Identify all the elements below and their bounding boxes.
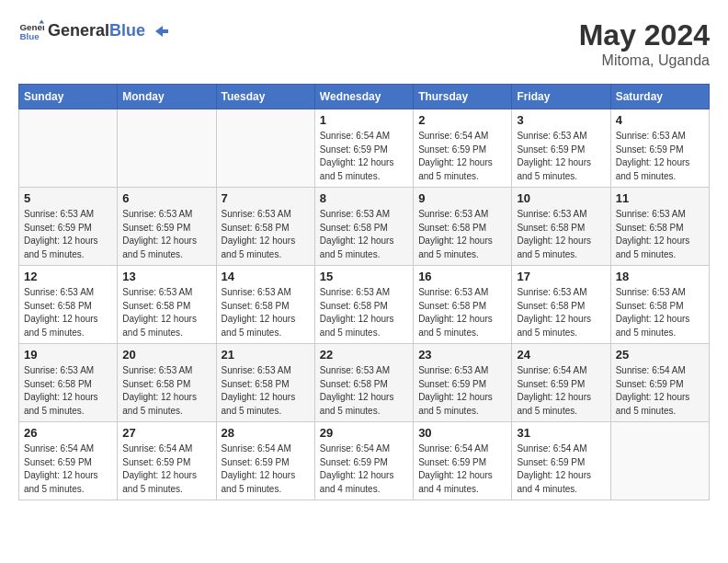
calendar-cell: 21Sunrise: 6:53 AM Sunset: 6:58 PM Dayli… [216,344,314,422]
calendar-cell: 29Sunrise: 6:54 AM Sunset: 6:59 PM Dayli… [314,422,413,500]
day-number: 23 [418,348,506,362]
logo-arrow-icon [152,22,170,40]
calendar-cell [118,109,216,188]
month-year-title: May 2024 [579,18,710,52]
day-info: Sunrise: 6:53 AM Sunset: 6:59 PM Dayligh… [616,130,704,183]
logo-blue: Blue [109,21,145,40]
day-info: Sunrise: 6:54 AM Sunset: 6:59 PM Dayligh… [24,442,112,496]
calendar-cell: 13Sunrise: 6:53 AM Sunset: 6:58 PM Dayli… [118,266,216,344]
col-header-tuesday: Tuesday [216,85,314,109]
logo-general: General [48,21,109,40]
calendar-cell: 3Sunrise: 6:53 AM Sunset: 6:59 PM Daylig… [512,109,610,188]
day-info: Sunrise: 6:53 AM Sunset: 6:59 PM Dayligh… [122,208,210,261]
calendar-cell: 5Sunrise: 6:53 AM Sunset: 6:59 PM Daylig… [19,188,118,266]
day-info: Sunrise: 6:53 AM Sunset: 6:58 PM Dayligh… [517,208,605,261]
page-header: General Blue GeneralBlue May 2024 Mitoma… [18,18,710,69]
day-info: Sunrise: 6:53 AM Sunset: 6:58 PM Dayligh… [616,208,704,261]
col-header-monday: Monday [118,85,216,109]
day-info: Sunrise: 6:54 AM Sunset: 6:59 PM Dayligh… [517,442,605,496]
day-info: Sunrise: 6:53 AM Sunset: 6:58 PM Dayligh… [222,364,310,418]
day-info: Sunrise: 6:54 AM Sunset: 6:59 PM Dayligh… [418,442,506,496]
day-info: Sunrise: 6:53 AM Sunset: 6:58 PM Dayligh… [320,364,408,418]
calendar-cell: 17Sunrise: 6:53 AM Sunset: 6:58 PM Dayli… [512,266,610,344]
col-header-saturday: Saturday [610,85,709,109]
day-number: 9 [418,191,506,205]
day-info: Sunrise: 6:53 AM Sunset: 6:58 PM Dayligh… [24,364,112,418]
day-number: 8 [320,191,408,205]
day-number: 2 [418,113,506,127]
calendar-cell: 26Sunrise: 6:54 AM Sunset: 6:59 PM Dayli… [19,422,118,500]
day-info: Sunrise: 6:53 AM Sunset: 6:58 PM Dayligh… [418,208,506,261]
calendar-cell: 14Sunrise: 6:53 AM Sunset: 6:58 PM Dayli… [216,266,314,344]
day-info: Sunrise: 6:53 AM Sunset: 6:58 PM Dayligh… [24,286,112,339]
col-header-friday: Friday [512,85,610,109]
day-info: Sunrise: 6:54 AM Sunset: 6:59 PM Dayligh… [320,130,408,183]
day-number: 30 [418,426,506,440]
calendar-table: SundayMondayTuesdayWednesdayThursdayFrid… [18,84,710,500]
calendar-cell: 9Sunrise: 6:53 AM Sunset: 6:58 PM Daylig… [414,188,512,266]
calendar-cell: 4Sunrise: 6:53 AM Sunset: 6:59 PM Daylig… [610,109,709,188]
day-number: 20 [122,348,210,362]
calendar-week-row: 19Sunrise: 6:53 AM Sunset: 6:58 PM Dayli… [19,344,710,422]
day-number: 16 [418,270,506,283]
day-number: 4 [616,113,704,127]
day-number: 13 [122,270,210,283]
calendar-cell: 16Sunrise: 6:53 AM Sunset: 6:58 PM Dayli… [414,266,512,344]
calendar-week-row: 12Sunrise: 6:53 AM Sunset: 6:58 PM Dayli… [19,266,710,344]
calendar-cell: 7Sunrise: 6:53 AM Sunset: 6:58 PM Daylig… [216,188,314,266]
col-header-wednesday: Wednesday [314,85,413,109]
calendar-cell: 30Sunrise: 6:54 AM Sunset: 6:59 PM Dayli… [414,422,512,500]
day-info: Sunrise: 6:54 AM Sunset: 6:59 PM Dayligh… [616,364,704,418]
day-info: Sunrise: 6:53 AM Sunset: 6:59 PM Dayligh… [517,130,605,183]
logo: General Blue GeneralBlue [18,18,170,44]
day-number: 19 [24,348,112,362]
day-info: Sunrise: 6:53 AM Sunset: 6:58 PM Dayligh… [122,364,210,418]
day-info: Sunrise: 6:54 AM Sunset: 6:59 PM Dayligh… [517,364,605,418]
day-number: 14 [222,270,310,283]
day-number: 7 [222,191,310,205]
day-info: Sunrise: 6:54 AM Sunset: 6:59 PM Dayligh… [122,442,210,496]
calendar-cell: 8Sunrise: 6:53 AM Sunset: 6:58 PM Daylig… [314,188,413,266]
day-number: 26 [24,426,112,440]
logo-icon: General Blue [18,18,44,44]
svg-text:Blue: Blue [19,31,40,41]
day-number: 1 [320,113,408,127]
day-number: 24 [517,348,605,362]
day-info: Sunrise: 6:53 AM Sunset: 6:59 PM Dayligh… [24,208,112,261]
day-info: Sunrise: 6:53 AM Sunset: 6:58 PM Dayligh… [222,286,310,339]
calendar-cell: 20Sunrise: 6:53 AM Sunset: 6:58 PM Dayli… [118,344,216,422]
day-info: Sunrise: 6:54 AM Sunset: 6:59 PM Dayligh… [320,442,408,496]
day-info: Sunrise: 6:53 AM Sunset: 6:58 PM Dayligh… [222,208,310,261]
day-info: Sunrise: 6:53 AM Sunset: 6:58 PM Dayligh… [320,208,408,261]
day-info: Sunrise: 6:53 AM Sunset: 6:58 PM Dayligh… [616,286,704,339]
calendar-cell [19,109,118,188]
calendar-cell: 15Sunrise: 6:53 AM Sunset: 6:58 PM Dayli… [314,266,413,344]
calendar-cell [216,109,314,188]
calendar-cell: 24Sunrise: 6:54 AM Sunset: 6:59 PM Dayli… [512,344,610,422]
day-number: 27 [122,426,210,440]
day-number: 22 [320,348,408,362]
day-number: 3 [517,113,605,127]
day-number: 28 [222,426,310,440]
calendar-cell: 18Sunrise: 6:53 AM Sunset: 6:58 PM Dayli… [610,266,709,344]
day-number: 6 [122,191,210,205]
day-number: 5 [24,191,112,205]
calendar-cell: 2Sunrise: 6:54 AM Sunset: 6:59 PM Daylig… [414,109,512,188]
calendar-cell: 22Sunrise: 6:53 AM Sunset: 6:58 PM Dayli… [314,344,413,422]
day-info: Sunrise: 6:53 AM Sunset: 6:59 PM Dayligh… [418,364,506,418]
calendar-cell: 6Sunrise: 6:53 AM Sunset: 6:59 PM Daylig… [118,188,216,266]
svg-marker-3 [155,26,168,37]
day-number: 31 [517,426,605,440]
title-block: May 2024 Mitoma, Uganda [579,18,710,69]
calendar-cell: 12Sunrise: 6:53 AM Sunset: 6:58 PM Dayli… [19,266,118,344]
calendar-cell: 27Sunrise: 6:54 AM Sunset: 6:59 PM Dayli… [118,422,216,500]
calendar-cell: 10Sunrise: 6:53 AM Sunset: 6:58 PM Dayli… [512,188,610,266]
calendar-cell [610,422,709,500]
calendar-cell: 11Sunrise: 6:53 AM Sunset: 6:58 PM Dayli… [610,188,709,266]
location-subtitle: Mitoma, Uganda [579,52,710,69]
day-number: 11 [616,191,704,205]
day-info: Sunrise: 6:54 AM Sunset: 6:59 PM Dayligh… [222,442,310,496]
day-number: 29 [320,426,408,440]
day-number: 21 [222,348,310,362]
day-info: Sunrise: 6:53 AM Sunset: 6:58 PM Dayligh… [418,286,506,339]
